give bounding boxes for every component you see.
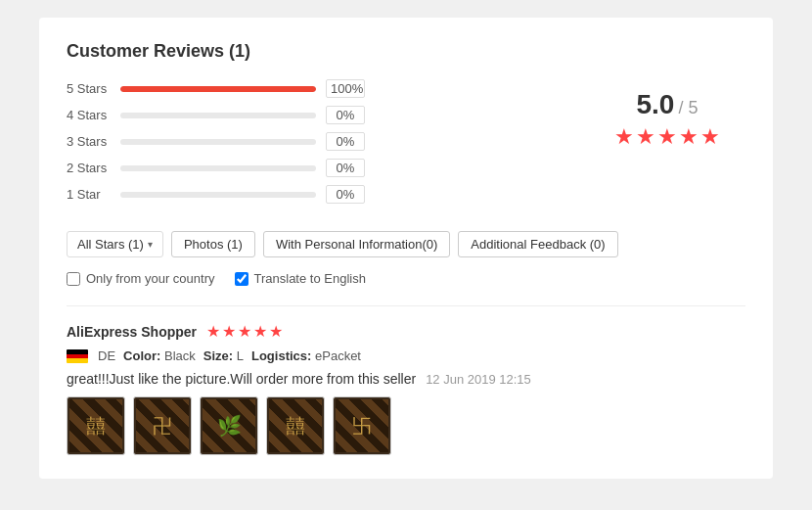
logistics-value: ePacket <box>315 348 361 363</box>
bar-track <box>120 165 316 171</box>
star-icon: ★ <box>614 124 634 150</box>
reviewer-star-icon: ★ <box>238 322 251 341</box>
thumb-symbol: 囍 <box>286 413 305 440</box>
all-stars-label: All Stars (1) <box>77 237 144 252</box>
translate-label: Translate to English <box>254 271 366 286</box>
thumb-symbol: 卍 <box>153 413 172 440</box>
translate-checkbox-label[interactable]: Translate to English <box>235 271 366 286</box>
filter-button[interactable]: With Personal Information(0) <box>263 231 450 257</box>
bar-pct: 0% <box>326 106 365 124</box>
score-number: 5.0 <box>637 89 675 120</box>
bar-track <box>120 139 316 145</box>
only-country-label: Only from your country <box>86 271 215 286</box>
bar-pct: 0% <box>326 185 365 204</box>
thumb-inner: 囍 <box>69 399 122 452</box>
reviewer-star-icon: ★ <box>269 322 283 341</box>
filter-button[interactable]: Additional Feedback (0) <box>458 231 617 257</box>
review-thumbnail[interactable]: 卐 <box>333 396 391 455</box>
star-row-label: 1 Star <box>67 187 111 202</box>
size-detail: Size: L <box>203 348 244 363</box>
review-thumbnail[interactable]: 囍 <box>67 396 125 455</box>
thumb-inner: 卍 <box>136 399 189 452</box>
color-detail: Color: Black <box>123 348 196 363</box>
reviewer-star-icon: ★ <box>206 322 220 341</box>
review-images: 囍卍🌿囍卐 <box>67 396 745 455</box>
review-item: AliExpress Shopper ★★★★★ DE Color: Black… <box>67 305 745 455</box>
reviews-card: Customer Reviews (1) 5 Stars 100% 4 Star… <box>39 18 773 479</box>
thumb-symbol: 囍 <box>86 413 106 440</box>
bar-track <box>120 113 316 118</box>
star-row: 2 Stars 0% <box>67 159 550 177</box>
reviewer-star-icon: ★ <box>222 322 236 341</box>
star-row-label: 3 Stars <box>67 134 111 149</box>
bar-pct: 0% <box>326 132 365 151</box>
reviewer-star-icon: ★ <box>253 322 267 341</box>
star-bars: 5 Stars 100% 4 Stars 0% 3 Stars 0% 2 Sta… <box>67 79 550 211</box>
flag-icon <box>67 349 88 363</box>
star-row-label: 4 Stars <box>67 108 111 122</box>
review-thumbnail[interactable]: 卍 <box>133 396 192 455</box>
star-icon: ★ <box>679 124 699 150</box>
review-text: great!!!Just like the picture.Will order… <box>67 371 416 387</box>
reviewer-meta: DE Color: Black Size: L Logistics: ePack… <box>67 348 745 363</box>
bar-track <box>120 192 316 198</box>
country-code: DE <box>98 348 115 363</box>
translate-checkbox[interactable] <box>235 272 248 286</box>
only-country-checkbox[interactable] <box>67 272 80 286</box>
all-stars-dropdown[interactable]: All Stars (1) ▾ <box>67 231 163 257</box>
overall-score: 5.0 / 5 ★★★★★ <box>589 79 745 150</box>
review-thumbnail[interactable]: 🌿 <box>200 396 258 455</box>
star-row: 5 Stars 100% <box>67 79 550 98</box>
thumb-inner: 卐 <box>336 399 388 452</box>
ratings-container: 5 Stars 100% 4 Stars 0% 3 Stars 0% 2 Sta… <box>67 79 745 211</box>
section-title: Customer Reviews (1) <box>67 41 745 62</box>
reviewer-stars: ★★★★★ <box>206 322 283 341</box>
bar-pct: 0% <box>326 159 365 177</box>
score-divider: / 5 <box>678 98 698 118</box>
reviewer-name: AliExpress Shopper <box>67 324 197 340</box>
thumb-symbol: 卐 <box>352 413 372 440</box>
bar-fill <box>120 86 316 92</box>
color-label: Color: <box>123 348 160 363</box>
size-label: Size: <box>203 348 233 363</box>
thumb-inner: 囍 <box>269 399 322 452</box>
bar-track <box>120 86 316 92</box>
star-icon: ★ <box>636 124 655 150</box>
logistics-label: Logistics: <box>251 348 311 363</box>
bar-pct: 100% <box>326 79 365 98</box>
review-thumbnail[interactable]: 囍 <box>266 396 325 455</box>
thumb-inner: 🌿 <box>203 399 255 452</box>
star-icon: ★ <box>657 124 677 150</box>
logistics-detail: Logistics: ePacket <box>251 348 361 363</box>
star-row: 3 Stars 0% <box>67 132 550 151</box>
chevron-down-icon: ▾ <box>148 239 153 250</box>
star-row: 1 Star 0% <box>67 185 550 204</box>
overall-stars: ★★★★★ <box>614 124 720 150</box>
review-text-row: great!!!Just like the picture.Will order… <box>67 371 745 396</box>
options-row: Only from your country Translate to Engl… <box>67 271 745 286</box>
only-country-checkbox-label[interactable]: Only from your country <box>67 271 215 286</box>
review-date: 12 Jun 2019 12:15 <box>426 372 531 387</box>
star-row-label: 2 Stars <box>67 161 111 175</box>
size-value: L <box>237 348 244 363</box>
star-icon: ★ <box>700 124 720 150</box>
star-row-label: 5 Stars <box>67 81 111 96</box>
thumb-symbol: 🌿 <box>217 414 242 438</box>
reviewer-header: AliExpress Shopper ★★★★★ <box>67 322 745 341</box>
filter-bar: All Stars (1) ▾ Photos (1)With Personal … <box>67 231 745 257</box>
filter-button[interactable]: Photos (1) <box>171 231 255 257</box>
color-value: Black <box>164 348 196 363</box>
star-row: 4 Stars 0% <box>67 106 550 124</box>
